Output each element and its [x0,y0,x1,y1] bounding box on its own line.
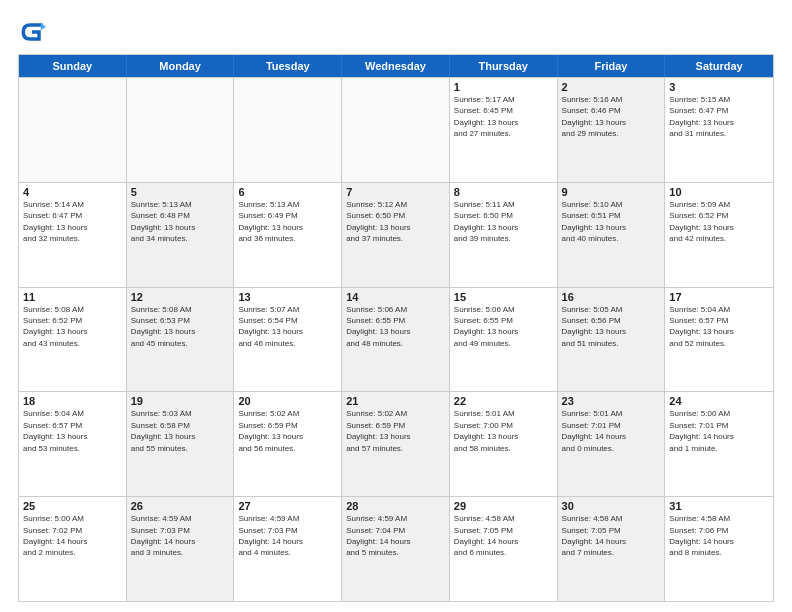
cell-line: and 51 minutes. [562,339,661,349]
calendar-cell-r3c5: 23Sunrise: 5:01 AMSunset: 7:01 PMDayligh… [558,392,666,496]
weekday-header-tuesday: Tuesday [234,55,342,77]
cell-line: Sunrise: 5:06 AM [454,305,553,315]
cell-line: Sunset: 6:54 PM [238,316,337,326]
cell-line: Sunset: 6:55 PM [454,316,553,326]
calendar-cell-r2c1: 12Sunrise: 5:08 AMSunset: 6:53 PMDayligh… [127,288,235,392]
cell-line: Sunset: 7:03 PM [238,526,337,536]
day-number: 31 [669,500,769,512]
cell-line: Daylight: 14 hours [454,537,553,547]
day-number: 20 [238,395,337,407]
day-number: 14 [346,291,445,303]
cell-line: and 3 minutes. [131,548,230,558]
cell-line: Sunrise: 5:08 AM [23,305,122,315]
cell-line: and 53 minutes. [23,444,122,454]
calendar-cell-r2c3: 14Sunrise: 5:06 AMSunset: 6:55 PMDayligh… [342,288,450,392]
day-number: 26 [131,500,230,512]
cell-line: and 56 minutes. [238,444,337,454]
calendar-cell-r3c6: 24Sunrise: 5:00 AMSunset: 7:01 PMDayligh… [665,392,773,496]
cell-line: Sunrise: 5:02 AM [346,409,445,419]
calendar-cell-r2c4: 15Sunrise: 5:06 AMSunset: 6:55 PMDayligh… [450,288,558,392]
cell-line: and 48 minutes. [346,339,445,349]
cell-line: and 8 minutes. [669,548,769,558]
cell-line: and 0 minutes. [562,444,661,454]
cell-line: Sunrise: 5:15 AM [669,95,769,105]
cell-line: Daylight: 14 hours [131,537,230,547]
day-number: 10 [669,186,769,198]
cell-line: Sunset: 7:00 PM [454,421,553,431]
cell-line: Sunset: 6:50 PM [454,211,553,221]
cell-line: Daylight: 13 hours [562,118,661,128]
cell-line: Sunrise: 5:02 AM [238,409,337,419]
cell-line: Daylight: 13 hours [346,432,445,442]
cell-line: Daylight: 13 hours [346,327,445,337]
calendar-cell-r0c2 [234,78,342,182]
cell-line: Daylight: 14 hours [562,537,661,547]
cell-line: and 34 minutes. [131,234,230,244]
cell-line: Daylight: 13 hours [562,327,661,337]
cell-line: Sunrise: 5:01 AM [454,409,553,419]
cell-line: Sunrise: 5:14 AM [23,200,122,210]
cell-line: Sunset: 6:58 PM [131,421,230,431]
logo-icon [18,18,46,46]
cell-line: Sunset: 6:53 PM [131,316,230,326]
cell-line: and 31 minutes. [669,129,769,139]
day-number: 27 [238,500,337,512]
weekday-header-saturday: Saturday [665,55,773,77]
cell-line: Daylight: 13 hours [238,327,337,337]
cell-line: Daylight: 14 hours [346,537,445,547]
day-number: 21 [346,395,445,407]
calendar-cell-r1c1: 5Sunrise: 5:13 AMSunset: 6:48 PMDaylight… [127,183,235,287]
cell-line: Sunset: 6:47 PM [23,211,122,221]
cell-line: Daylight: 13 hours [23,327,122,337]
calendar: SundayMondayTuesdayWednesdayThursdayFrid… [18,54,774,602]
cell-line: Daylight: 14 hours [238,537,337,547]
calendar-cell-r0c1 [127,78,235,182]
calendar-cell-r2c2: 13Sunrise: 5:07 AMSunset: 6:54 PMDayligh… [234,288,342,392]
day-number: 16 [562,291,661,303]
calendar-cell-r1c4: 8Sunrise: 5:11 AMSunset: 6:50 PMDaylight… [450,183,558,287]
cell-line: and 40 minutes. [562,234,661,244]
cell-line: Sunset: 7:01 PM [669,421,769,431]
cell-line: Daylight: 13 hours [454,223,553,233]
day-number: 11 [23,291,122,303]
calendar-cell-r1c0: 4Sunrise: 5:14 AMSunset: 6:47 PMDaylight… [19,183,127,287]
cell-line: and 2 minutes. [23,548,122,558]
day-number: 19 [131,395,230,407]
calendar-cell-r3c3: 21Sunrise: 5:02 AMSunset: 6:59 PMDayligh… [342,392,450,496]
cell-line: Daylight: 13 hours [669,223,769,233]
calendar-cell-r0c4: 1Sunrise: 5:17 AMSunset: 6:45 PMDaylight… [450,78,558,182]
cell-line: and 58 minutes. [454,444,553,454]
cell-line: and 45 minutes. [131,339,230,349]
cell-line: Sunset: 6:57 PM [669,316,769,326]
cell-line: Sunset: 7:04 PM [346,526,445,536]
cell-line: Sunset: 6:56 PM [562,316,661,326]
logo [18,18,50,46]
cell-line: Daylight: 13 hours [131,327,230,337]
cell-line: Sunset: 6:59 PM [238,421,337,431]
day-number: 23 [562,395,661,407]
calendar-cell-r4c0: 25Sunrise: 5:00 AMSunset: 7:02 PMDayligh… [19,497,127,601]
cell-line: Sunrise: 4:58 AM [562,514,661,524]
calendar-header: SundayMondayTuesdayWednesdayThursdayFrid… [19,55,773,77]
weekday-header-monday: Monday [127,55,235,77]
cell-line: and 6 minutes. [454,548,553,558]
cell-line: Sunset: 7:06 PM [669,526,769,536]
cell-line: Daylight: 14 hours [562,432,661,442]
cell-line: Daylight: 14 hours [23,537,122,547]
cell-line: Sunset: 6:55 PM [346,316,445,326]
day-number: 12 [131,291,230,303]
day-number: 1 [454,81,553,93]
cell-line: and 7 minutes. [562,548,661,558]
day-number: 25 [23,500,122,512]
calendar-cell-r3c0: 18Sunrise: 5:04 AMSunset: 6:57 PMDayligh… [19,392,127,496]
cell-line: Sunset: 6:49 PM [238,211,337,221]
cell-line: Daylight: 13 hours [562,223,661,233]
cell-line: and 29 minutes. [562,129,661,139]
day-number: 22 [454,395,553,407]
weekday-header-friday: Friday [558,55,666,77]
weekday-header-thursday: Thursday [450,55,558,77]
calendar-cell-r3c2: 20Sunrise: 5:02 AMSunset: 6:59 PMDayligh… [234,392,342,496]
calendar-cell-r3c1: 19Sunrise: 5:03 AMSunset: 6:58 PMDayligh… [127,392,235,496]
cell-line: Sunrise: 5:05 AM [562,305,661,315]
cell-line: Sunrise: 5:04 AM [23,409,122,419]
